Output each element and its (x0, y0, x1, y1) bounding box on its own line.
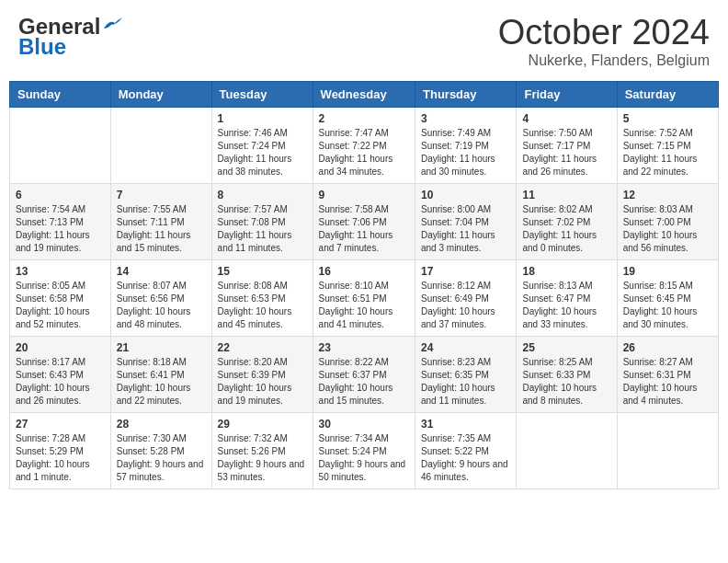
daylight-text: Daylight: 10 hours and 41 minutes. (319, 306, 393, 329)
calendar-cell: 17 Sunrise: 8:12 AM Sunset: 6:49 PM Dayl… (415, 259, 517, 336)
sunset-text: Sunset: 6:56 PM (117, 293, 185, 304)
column-header-sunday: Sunday (10, 81, 111, 107)
day-number: 29 (218, 418, 307, 431)
calendar-cell: 8 Sunrise: 7:57 AM Sunset: 7:08 PM Dayli… (211, 183, 313, 259)
day-info: Sunrise: 8:02 AM Sunset: 7:02 PM Dayligh… (522, 203, 610, 255)
day-info: Sunrise: 8:23 AM Sunset: 6:35 PM Dayligh… (421, 356, 510, 408)
daylight-text: Daylight: 9 hours and 50 minutes. (319, 459, 406, 482)
sunrise-text: Sunrise: 8:12 AM (421, 281, 491, 291)
sunset-text: Sunset: 6:33 PM (522, 370, 590, 380)
calendar-cell: 30 Sunrise: 7:34 AM Sunset: 5:24 PM Dayl… (313, 412, 415, 488)
daylight-text: Daylight: 10 hours and 4 minutes. (623, 383, 698, 406)
daylight-text: Daylight: 11 hours and 7 minutes. (319, 230, 393, 253)
daylight-text: Daylight: 10 hours and 56 minutes. (623, 230, 698, 253)
column-header-saturday: Saturday (617, 81, 718, 107)
sunset-text: Sunset: 6:45 PM (623, 293, 691, 304)
daylight-text: Daylight: 10 hours and 11 minutes. (421, 383, 495, 406)
sunset-text: Sunset: 5:22 PM (421, 446, 489, 456)
sunrise-text: Sunrise: 8:02 AM (522, 204, 592, 214)
day-info: Sunrise: 7:49 AM Sunset: 7:19 PM Dayligh… (421, 127, 510, 178)
sunset-text: Sunset: 6:47 PM (522, 293, 590, 304)
sunset-text: Sunset: 6:41 PM (117, 370, 185, 380)
sunrise-text: Sunrise: 7:57 AM (218, 204, 288, 214)
logo-bird-icon (102, 17, 122, 32)
daylight-text: Daylight: 10 hours and 22 minutes. (117, 383, 191, 406)
calendar-cell: 26 Sunrise: 8:27 AM Sunset: 6:31 PM Dayl… (617, 336, 718, 412)
day-info: Sunrise: 8:00 AM Sunset: 7:04 PM Dayligh… (421, 203, 510, 255)
column-header-monday: Monday (110, 81, 211, 107)
week-row-4: 20 Sunrise: 8:17 AM Sunset: 6:43 PM Dayl… (10, 336, 719, 412)
sunset-text: Sunset: 5:24 PM (319, 446, 387, 456)
calendar-header-row: SundayMondayTuesdayWednesdayThursdayFrid… (10, 81, 719, 107)
day-info: Sunrise: 8:15 AM Sunset: 6:45 PM Dayligh… (623, 280, 712, 331)
day-number: 22 (218, 341, 307, 354)
calendar-cell: 1 Sunrise: 7:46 AM Sunset: 7:24 PM Dayli… (211, 107, 313, 183)
title-block: October 2024 Nukerke, Flanders, Belgium (498, 14, 710, 69)
daylight-text: Daylight: 10 hours and 33 minutes. (522, 306, 597, 329)
sunset-text: Sunset: 7:00 PM (623, 217, 691, 227)
day-info: Sunrise: 8:03 AM Sunset: 7:00 PM Dayligh… (623, 203, 712, 255)
calendar-cell: 20 Sunrise: 8:17 AM Sunset: 6:43 PM Dayl… (10, 336, 111, 412)
calendar-cell: 18 Sunrise: 8:13 AM Sunset: 6:47 PM Dayl… (517, 259, 617, 336)
calendar-cell: 27 Sunrise: 7:28 AM Sunset: 5:29 PM Dayl… (10, 412, 111, 488)
sunrise-text: Sunrise: 8:20 AM (218, 357, 288, 367)
calendar-cell: 19 Sunrise: 8:15 AM Sunset: 6:45 PM Dayl… (617, 259, 718, 336)
daylight-text: Daylight: 10 hours and 15 minutes. (319, 383, 393, 406)
sunrise-text: Sunrise: 8:13 AM (522, 281, 592, 291)
logo: General Blue (18, 14, 122, 60)
day-number: 9 (319, 189, 409, 201)
sunrise-text: Sunrise: 7:35 AM (421, 433, 491, 443)
sunrise-text: Sunrise: 8:23 AM (421, 357, 491, 367)
week-row-2: 6 Sunrise: 7:54 AM Sunset: 7:13 PM Dayli… (10, 183, 719, 259)
calendar-cell: 10 Sunrise: 8:00 AM Sunset: 7:04 PM Dayl… (415, 183, 517, 259)
daylight-text: Daylight: 10 hours and 8 minutes. (522, 383, 597, 406)
calendar-cell: 6 Sunrise: 7:54 AM Sunset: 7:13 PM Dayli… (10, 183, 111, 259)
day-info: Sunrise: 7:58 AM Sunset: 7:06 PM Dayligh… (319, 203, 409, 255)
day-info: Sunrise: 8:10 AM Sunset: 6:51 PM Dayligh… (319, 280, 409, 331)
day-info: Sunrise: 7:32 AM Sunset: 5:26 PM Dayligh… (218, 432, 307, 484)
day-number: 15 (218, 265, 307, 278)
sunset-text: Sunset: 7:19 PM (421, 141, 489, 151)
day-number: 16 (319, 265, 409, 278)
sunset-text: Sunset: 7:02 PM (522, 217, 590, 227)
day-info: Sunrise: 7:55 AM Sunset: 7:11 PM Dayligh… (117, 203, 206, 255)
daylight-text: Daylight: 10 hours and 48 minutes. (117, 306, 191, 329)
day-info: Sunrise: 8:17 AM Sunset: 6:43 PM Dayligh… (16, 356, 105, 408)
sunrise-text: Sunrise: 8:18 AM (117, 357, 187, 367)
day-info: Sunrise: 7:30 AM Sunset: 5:28 PM Dayligh… (117, 432, 206, 484)
column-header-wednesday: Wednesday (313, 81, 415, 107)
day-number: 30 (319, 418, 409, 431)
sunset-text: Sunset: 6:39 PM (218, 370, 286, 380)
sunrise-text: Sunrise: 8:00 AM (421, 204, 491, 214)
sunrise-text: Sunrise: 7:55 AM (117, 204, 187, 214)
daylight-text: Daylight: 11 hours and 34 minutes. (319, 154, 393, 177)
calendar-cell: 7 Sunrise: 7:55 AM Sunset: 7:11 PM Dayli… (110, 183, 211, 259)
day-info: Sunrise: 7:35 AM Sunset: 5:22 PM Dayligh… (421, 432, 510, 484)
day-info: Sunrise: 7:47 AM Sunset: 7:22 PM Dayligh… (319, 127, 409, 178)
day-number: 31 (421, 418, 510, 431)
week-row-5: 27 Sunrise: 7:28 AM Sunset: 5:29 PM Dayl… (10, 412, 719, 488)
daylight-text: Daylight: 10 hours and 52 minutes. (16, 306, 90, 329)
day-info: Sunrise: 7:28 AM Sunset: 5:29 PM Dayligh… (16, 432, 105, 484)
day-info: Sunrise: 8:20 AM Sunset: 6:39 PM Dayligh… (218, 356, 307, 408)
calendar-cell: 12 Sunrise: 8:03 AM Sunset: 7:00 PM Dayl… (617, 183, 718, 259)
day-number: 17 (421, 265, 510, 278)
day-info: Sunrise: 7:34 AM Sunset: 5:24 PM Dayligh… (319, 432, 409, 484)
daylight-text: Daylight: 11 hours and 26 minutes. (522, 154, 597, 177)
sunrise-text: Sunrise: 7:30 AM (117, 433, 187, 443)
week-row-3: 13 Sunrise: 8:05 AM Sunset: 6:58 PM Dayl… (10, 259, 719, 336)
sunset-text: Sunset: 7:08 PM (218, 217, 286, 227)
sunset-text: Sunset: 7:06 PM (319, 217, 387, 227)
daylight-text: Daylight: 9 hours and 46 minutes. (421, 459, 508, 482)
sunrise-text: Sunrise: 8:03 AM (623, 204, 693, 214)
day-number: 27 (16, 418, 105, 431)
day-info: Sunrise: 7:46 AM Sunset: 7:24 PM Dayligh… (218, 127, 307, 178)
sunset-text: Sunset: 5:26 PM (218, 446, 286, 456)
calendar-cell: 4 Sunrise: 7:50 AM Sunset: 7:17 PM Dayli… (517, 107, 617, 183)
calendar-cell: 11 Sunrise: 8:02 AM Sunset: 7:02 PM Dayl… (517, 183, 617, 259)
sunrise-text: Sunrise: 8:08 AM (218, 281, 288, 291)
location: Nukerke, Flanders, Belgium (498, 52, 710, 69)
sunset-text: Sunset: 6:35 PM (421, 370, 489, 380)
sunrise-text: Sunrise: 8:05 AM (16, 281, 85, 291)
logo-blue: Blue (18, 34, 66, 60)
